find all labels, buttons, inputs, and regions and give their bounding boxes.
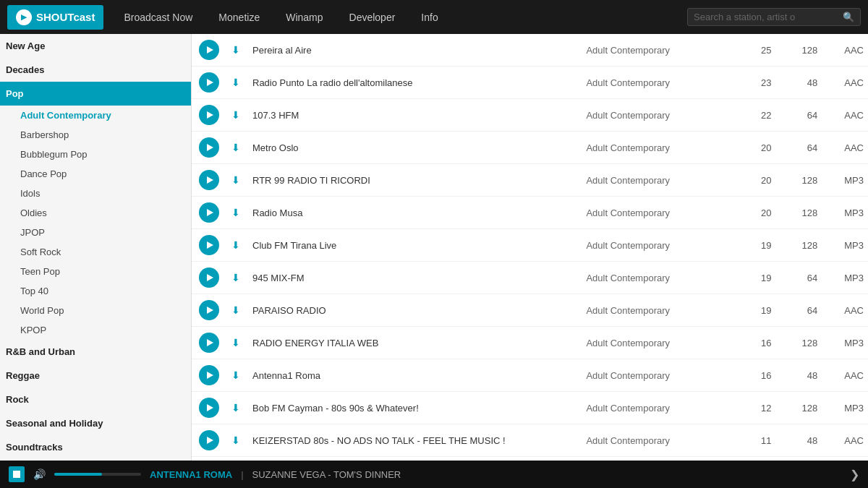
download-button[interactable]: ⬇	[228, 400, 244, 416]
volume-slider[interactable]	[54, 473, 141, 476]
play-button[interactable]	[199, 267, 219, 288]
play-button[interactable]	[199, 40, 219, 60]
station-listeners: 22	[730, 99, 776, 132]
main-layout: New Age Decades Pop Adult Contemporary B…	[0, 34, 868, 461]
station-name: Bob FM Cayman - 80s 90s & Whatever!	[248, 392, 582, 424]
station-genre: Adult Contemporary	[582, 229, 729, 262]
station-listeners: 16	[730, 327, 776, 359]
play-button[interactable]	[199, 300, 219, 320]
station-bitrate: 128	[775, 327, 822, 359]
station-format: MP3	[822, 262, 868, 294]
sidebar-item-teen-pop[interactable]: Teen Pop	[0, 262, 191, 281]
sidebar-item-adult-contemporary[interactable]: Adult Contemporary	[0, 106, 191, 125]
play-button[interactable]	[199, 105, 219, 125]
nav-broadcast-now[interactable]: Broadcast Now	[111, 0, 205, 34]
station-genre: Adult Contemporary	[582, 132, 729, 164]
table-row: ⬇ RTR 99 RADIO TI RICORDI Adult Contempo…	[192, 164, 868, 197]
sidebar-item-rnb[interactable]: R&B and Urban	[0, 340, 191, 364]
station-genre: Adult Contemporary	[582, 327, 729, 359]
station-name: Metro Oslo	[248, 132, 582, 164]
nav-monetize[interactable]: Monetize	[205, 0, 273, 34]
station-genre: Adult Contemporary	[582, 392, 729, 424]
play-button[interactable]	[199, 170, 219, 190]
station-listeners: 12	[730, 392, 776, 424]
sidebar-item-soft-rock[interactable]: Soft Rock	[0, 242, 191, 262]
sidebar-item-oldies[interactable]: Oldies	[0, 203, 191, 223]
station-name: 107.3 HFM	[248, 99, 582, 132]
play-button[interactable]	[199, 430, 219, 450]
station-name: Pereira al Aire	[248, 34, 582, 67]
download-button[interactable]: ⬇	[228, 302, 244, 318]
download-button[interactable]: ⬇	[228, 432, 244, 448]
station-bitrate: 128	[775, 34, 822, 67]
download-button[interactable]: ⬇	[228, 74, 244, 90]
sidebar-item-kpop[interactable]: KPOP	[0, 320, 191, 340]
station-genre: Adult Contemporary	[582, 34, 729, 67]
download-button[interactable]: ⬇	[228, 107, 244, 123]
station-listeners: 20	[730, 197, 776, 229]
play-button[interactable]	[199, 72, 219, 93]
station-bitrate: 64	[775, 99, 822, 132]
nav-developer[interactable]: Developer	[336, 0, 409, 34]
sidebar-item-bubblegum-pop[interactable]: Bubblegum Pop	[0, 145, 191, 164]
play-button[interactable]	[199, 398, 219, 418]
download-button[interactable]: ⬇	[228, 335, 244, 351]
stop-icon	[13, 471, 20, 478]
sidebar-item-top-40[interactable]: Top 40	[0, 281, 191, 301]
download-button[interactable]: ⬇	[228, 270, 244, 286]
station-listeners: 19	[730, 262, 776, 294]
logo-icon: ▶	[16, 9, 32, 25]
station-bitrate: 128	[775, 229, 822, 262]
sidebar-item-dance-pop[interactable]: Dance Pop	[0, 164, 191, 184]
download-button[interactable]: ⬇	[228, 172, 244, 188]
play-button[interactable]	[199, 202, 219, 223]
download-button[interactable]: ⬇	[228, 205, 244, 221]
station-bitrate: 128	[775, 197, 822, 229]
download-button[interactable]: ⬇	[228, 367, 244, 383]
station-name: 945 MIX-FM	[248, 262, 582, 294]
play-button[interactable]	[199, 137, 219, 158]
table-row: ⬇ RADIO ENERGY ITALIA WEB Adult Contempo…	[192, 327, 868, 359]
sidebar-item-new-age[interactable]: New Age	[0, 34, 191, 58]
station-format: MP3	[822, 164, 868, 197]
now-playing-station: ANTENNA1 ROMA	[150, 469, 232, 480]
play-button[interactable]	[199, 235, 219, 255]
top-nav: ▶ SHOUTcast Broadcast Now Monetize Winam…	[0, 0, 868, 34]
nav-info[interactable]: Info	[408, 0, 451, 34]
sidebar-item-pop[interactable]: Pop	[0, 82, 191, 106]
stop-button[interactable]	[9, 466, 25, 482]
station-listeners: 23	[730, 67, 776, 99]
nav-winamp[interactable]: Winamp	[273, 0, 336, 34]
download-button[interactable]: ⬇	[228, 237, 244, 253]
station-format: AAC	[822, 99, 868, 132]
play-button[interactable]	[199, 333, 219, 353]
sidebar-item-barbershop[interactable]: Barbershop	[0, 125, 191, 145]
station-name: Antenna1 Roma	[248, 359, 582, 392]
sidebar-item-reggae[interactable]: Reggae	[0, 364, 191, 388]
sidebar-item-soundtracks[interactable]: Soundtracks	[0, 435, 191, 459]
volume-icon: 🔊	[33, 468, 46, 480]
station-name: RTR 99 RADIO TI RICORDI	[248, 164, 582, 197]
play-button[interactable]	[199, 365, 219, 385]
expand-button[interactable]: ❯	[850, 468, 859, 481]
sidebar-item-world-pop[interactable]: World Pop	[0, 301, 191, 320]
sidebar-item-jpop[interactable]: JPOP	[0, 223, 191, 242]
station-format: MP3	[822, 197, 868, 229]
station-genre: Adult Contemporary	[582, 424, 729, 457]
sidebar-item-seasonal[interactable]: Seasonal and Holiday	[0, 411, 191, 435]
sidebar-item-decades[interactable]: Decades	[0, 58, 191, 82]
logo-text: SHOUTcast	[36, 11, 95, 23]
download-button[interactable]: ⬇	[228, 42, 244, 58]
table-row: ⬇ Pereira al Aire Adult Contemporary 25 …	[192, 34, 868, 67]
station-bitrate: 128	[775, 392, 822, 424]
search-box: 🔍	[687, 8, 861, 26]
logo[interactable]: ▶ SHOUTcast	[7, 5, 103, 30]
station-name: Radio Punto La radio dell'altomilanese	[248, 67, 582, 99]
table-row: ⬇ PARAISO RADIO Adult Contemporary 19 64…	[192, 294, 868, 327]
search-input[interactable]	[694, 12, 838, 22]
download-button[interactable]: ⬇	[228, 140, 244, 155]
station-list-content: ⬇ Pereira al Aire Adult Contemporary 25 …	[192, 34, 868, 461]
bottom-player: 🔊 ANTENNA1 ROMA | SUZANNE VEGA - TOM'S D…	[0, 461, 868, 488]
sidebar-item-rock[interactable]: Rock	[0, 388, 191, 411]
sidebar-item-idols[interactable]: Idols	[0, 184, 191, 203]
